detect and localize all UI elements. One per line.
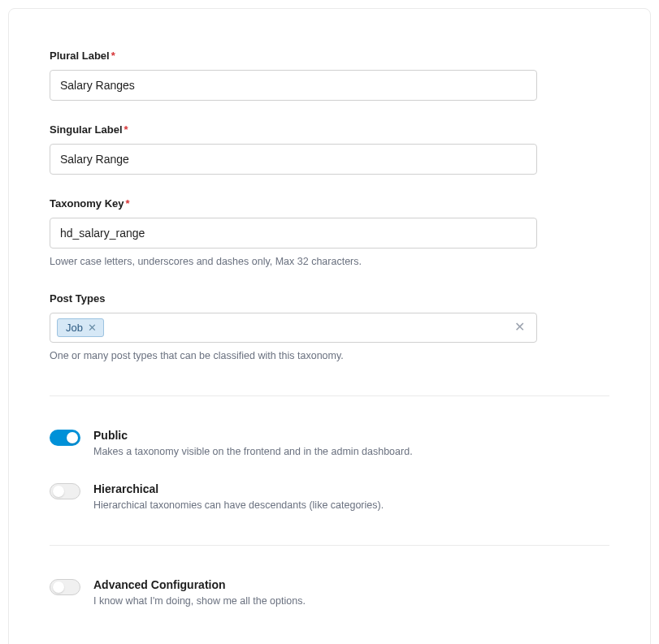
- required-star: *: [126, 197, 130, 210]
- hierarchical-desc: Hierarchical taxonomies can have descend…: [93, 499, 384, 513]
- post-types-input[interactable]: Job ✕ ✕: [50, 313, 537, 343]
- public-desc: Makes a taxonomy visible on the frontend…: [93, 445, 413, 460]
- advanced-title: Advanced Configuration: [93, 578, 306, 591]
- field-post-types: Post Types Job ✕ ✕ One or many post type…: [50, 292, 609, 364]
- hierarchical-toggle[interactable]: [50, 483, 80, 499]
- post-type-token[interactable]: Job ✕: [57, 318, 104, 337]
- required-star: *: [111, 50, 115, 62]
- toggle-knob: [67, 432, 78, 443]
- plural-label-input[interactable]: [50, 70, 537, 101]
- field-taxonomy-key: Taxonomy Key* Lower case letters, unders…: [50, 197, 609, 270]
- token-label: Job: [66, 322, 83, 334]
- singular-label-input[interactable]: [50, 144, 537, 175]
- toggle-row-hierarchical: Hierarchical Hierarchical taxonomies can…: [50, 482, 609, 513]
- public-toggle[interactable]: [50, 430, 80, 446]
- advanced-toggle[interactable]: [50, 579, 80, 595]
- hierarchical-content: Hierarchical Hierarchical taxonomies can…: [93, 482, 384, 513]
- toggle-knob: [53, 486, 64, 497]
- public-content: Public Makes a taxonomy visible on the f…: [93, 429, 413, 460]
- field-singular-label: Singular Label*: [50, 123, 609, 175]
- divider: [50, 395, 609, 396]
- toggle-row-public: Public Makes a taxonomy visible on the f…: [50, 429, 609, 460]
- singular-label-label: Singular Label*: [50, 123, 609, 136]
- required-star: *: [124, 123, 128, 136]
- field-plural-label: Plural Label*: [50, 50, 609, 101]
- advanced-desc: I know what I'm doing, show me all the o…: [93, 594, 306, 609]
- token-remove-icon[interactable]: ✕: [88, 322, 97, 333]
- hierarchical-title: Hierarchical: [93, 482, 384, 495]
- toggle-row-advanced: Advanced Configuration I know what I'm d…: [50, 578, 609, 609]
- taxonomy-key-help: Lower case letters, underscores and dash…: [50, 255, 609, 270]
- form-card: Plural Label* Singular Label* Taxonomy K…: [8, 8, 651, 644]
- post-types-help: One or many post types that can be class…: [50, 349, 609, 364]
- advanced-content: Advanced Configuration I know what I'm d…: [93, 578, 306, 609]
- taxonomy-key-input[interactable]: [50, 218, 537, 249]
- public-title: Public: [93, 429, 413, 442]
- toggle-knob: [53, 581, 64, 593]
- plural-label-label: Plural Label*: [50, 50, 609, 62]
- post-types-label: Post Types: [50, 292, 609, 305]
- clear-all-icon[interactable]: ✕: [509, 321, 530, 334]
- divider: [50, 545, 609, 546]
- taxonomy-key-label: Taxonomy Key*: [50, 197, 609, 210]
